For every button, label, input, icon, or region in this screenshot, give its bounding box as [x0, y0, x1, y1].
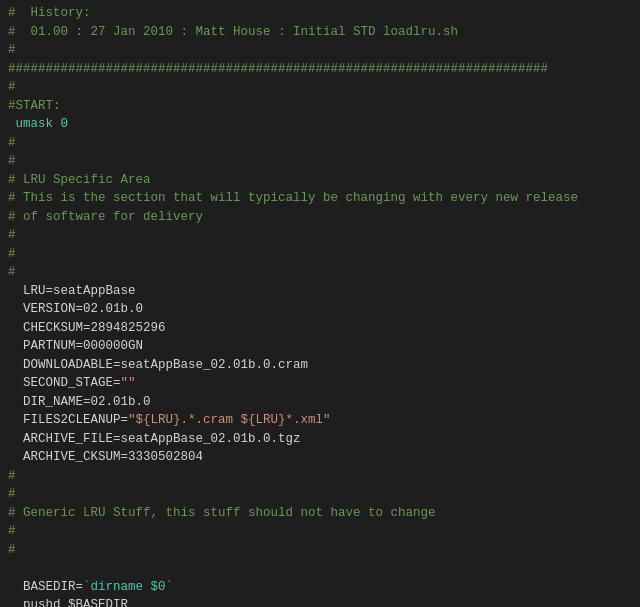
code-line: VERSION=02.01b.0	[0, 300, 640, 319]
code-line: #	[0, 152, 640, 171]
code-token: #START:	[8, 97, 61, 116]
code-token: DOWNLOADABLE=seatAppBase_02.01b.0.cram	[8, 356, 308, 375]
code-token: # This is the section that will typicall…	[8, 189, 578, 208]
code-line: DOWNLOADABLE=seatAppBase_02.01b.0.cram	[0, 356, 640, 375]
code-token: #	[8, 152, 16, 171]
code-line: # History:	[0, 4, 640, 23]
code-token: #	[8, 245, 16, 264]
code-line: #	[0, 134, 640, 153]
code-line: # This is the section that will typicall…	[0, 189, 640, 208]
code-token: "${LRU}.*.cram ${LRU}*.xml"	[128, 411, 331, 430]
code-line: ARCHIVE_FILE=seatAppBase_02.01b.0.tgz	[0, 430, 640, 449]
code-token: BASEDIR=	[8, 578, 83, 597]
code-token: #	[8, 541, 16, 560]
code-token: # 01.00 : 27 Jan 2010 : Matt House : Ini…	[8, 23, 458, 42]
code-token: #	[8, 263, 16, 282]
code-line	[0, 559, 640, 578]
code-token: FILES2CLEANUP=	[8, 411, 128, 430]
code-token: CHECKSUM=2894825296	[8, 319, 166, 338]
code-line: #	[0, 245, 640, 264]
code-token: ARCHIVE_CKSUM=3330502804	[8, 448, 203, 467]
code-line: CHECKSUM=2894825296	[0, 319, 640, 338]
code-token: umask 0	[8, 115, 68, 134]
code-viewer: # History:# 01.00 : 27 Jan 2010 : Matt H…	[0, 0, 640, 607]
code-line: # of software for delivery	[0, 208, 640, 227]
code-token: `dirname $0`	[83, 578, 173, 597]
code-line: #	[0, 522, 640, 541]
code-line: #START:	[0, 97, 640, 116]
code-line: #	[0, 541, 640, 560]
code-line: PARTNUM=000000GN	[0, 337, 640, 356]
code-line: #	[0, 78, 640, 97]
code-token: #	[8, 134, 16, 153]
code-line: #	[0, 467, 640, 486]
code-token: ""	[121, 374, 136, 393]
code-token: # LRU Specific Area	[8, 171, 151, 190]
code-token: # of software for delivery	[8, 208, 203, 227]
code-line: DIR_NAME=02.01b.0	[0, 393, 640, 412]
code-token: DIR_NAME=02.01b.0	[8, 393, 151, 412]
code-token: pushd $BASEDIR	[8, 596, 128, 607]
code-line: #	[0, 263, 640, 282]
code-line: FILES2CLEANUP="${LRU}.*.cram ${LRU}*.xml…	[0, 411, 640, 430]
code-token: #	[8, 41, 16, 60]
code-line: BASEDIR=`dirname $0`	[0, 578, 640, 597]
code-line: # LRU Specific Area	[0, 171, 640, 190]
code-token: PARTNUM=000000GN	[8, 337, 143, 356]
code-token: #	[8, 226, 16, 245]
code-line: #	[0, 226, 640, 245]
code-token: # History:	[8, 4, 91, 23]
code-line: pushd $BASEDIR	[0, 596, 640, 607]
code-token: VERSION=02.01b.0	[8, 300, 143, 319]
code-line: #	[0, 485, 640, 504]
code-line: ARCHIVE_CKSUM=3330502804	[0, 448, 640, 467]
code-token: # Generic LRU Stuff, this stuff should n…	[8, 504, 436, 523]
code-line: umask 0	[0, 115, 640, 134]
code-line: ########################################…	[0, 60, 640, 79]
code-line: # Generic LRU Stuff, this stuff should n…	[0, 504, 640, 523]
code-token: #	[8, 467, 16, 486]
code-token: LRU=seatAppBase	[8, 282, 136, 301]
code-token: #	[8, 522, 16, 541]
code-line: #	[0, 41, 640, 60]
code-token: ########################################…	[8, 60, 548, 79]
code-token: #	[8, 78, 16, 97]
code-line: SECOND_STAGE=""	[0, 374, 640, 393]
code-line: LRU=seatAppBase	[0, 282, 640, 301]
code-token: #	[8, 485, 16, 504]
code-token: SECOND_STAGE=	[8, 374, 121, 393]
code-token: ARCHIVE_FILE=seatAppBase_02.01b.0.tgz	[8, 430, 301, 449]
code-line: # 01.00 : 27 Jan 2010 : Matt House : Ini…	[0, 23, 640, 42]
